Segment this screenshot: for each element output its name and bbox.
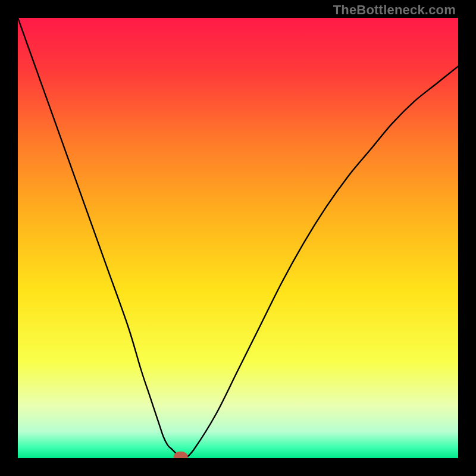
chart-frame — [0, 0, 476, 476]
watermark-text: TheBottleneck.com — [333, 2, 456, 18]
